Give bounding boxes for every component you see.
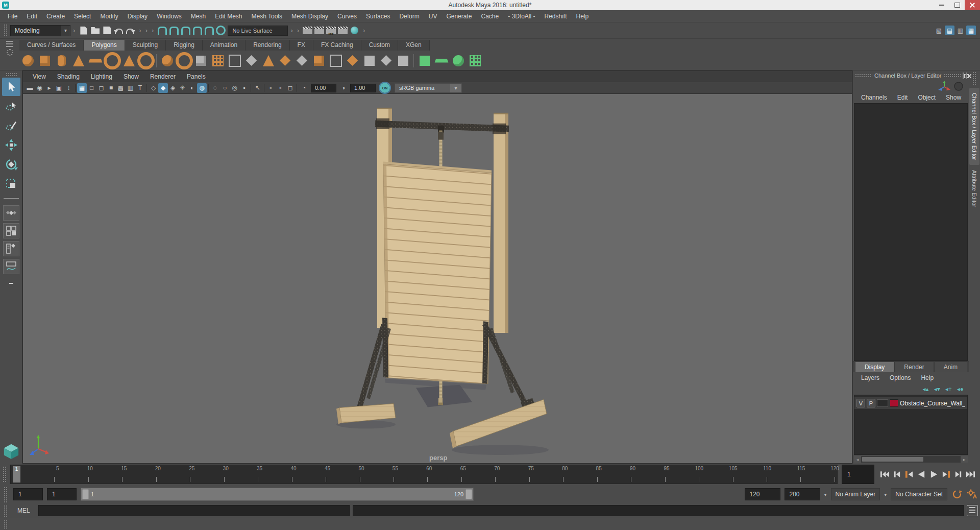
menubar-item-11[interactable]: Curves: [333, 10, 361, 22]
shelf-tab-4[interactable]: Animation: [203, 40, 246, 51]
cmdline-grip[interactable]: [3, 504, 8, 517]
section-collapse-arrow[interactable]: [144, 27, 149, 34]
section-collapse-arrow[interactable]: [361, 27, 366, 34]
rangerow-grip[interactable]: [3, 486, 8, 502]
scroll-right-icon[interactable]: ▸: [961, 456, 968, 463]
shelf-tab-5[interactable]: Rendering: [246, 40, 289, 51]
paint-select-tool[interactable]: [2, 116, 20, 135]
panel-menu-4[interactable]: Renderer: [144, 73, 181, 80]
shelf.icons.4.name[interactable]: [87, 52, 104, 69]
viewport_bar.icons.11.name[interactable]: [126, 83, 135, 93]
viewport_bar.icons.6.name[interactable]: [77, 83, 87, 93]
layer-color-swatch[interactable]: [890, 399, 898, 407]
shelf-tab-0[interactable]: Curves / Surfaces: [19, 40, 84, 51]
viewport_bar.icons.5.name[interactable]: [74, 83, 77, 93]
menubar-item-0[interactable]: File: [3, 10, 22, 22]
layer-horizontal-scrollbar[interactable]: ◂ ▸: [854, 456, 968, 463]
menu-set-selector[interactable]: Modeling: [10, 25, 70, 36]
shelf.icons.7.name[interactable]: [137, 52, 154, 69]
close-button[interactable]: [965, 0, 980, 10]
script-editor-button[interactable]: [967, 505, 978, 516]
viewport_bar.icons.18.name[interactable]: [187, 83, 197, 93]
viewport_bar.icons.23.name[interactable]: [230, 83, 239, 93]
shelf.icons.25.name[interactable]: [416, 52, 433, 69]
minimize-button[interactable]: [934, 0, 949, 10]
menubar-item-5[interactable]: Display: [123, 10, 152, 22]
shelf-tab-menu-icon[interactable]: [5, 41, 14, 47]
statusline.render_buttons.3.name[interactable]: [337, 24, 349, 37]
menubar-item-18[interactable]: Redshift: [540, 10, 572, 22]
viewport_bar.icons.25.name[interactable]: [249, 83, 253, 93]
viewport_bar.icons.13.name[interactable]: [145, 83, 149, 93]
view-transform-dropdown[interactable]: sRGB gamma: [395, 83, 462, 93]
shelf.icons.6.name[interactable]: [120, 52, 137, 69]
viewport_bar.icons.2.name[interactable]: [44, 83, 54, 93]
viewport_bar.icons.21.name[interactable]: [210, 83, 220, 93]
sidestrip-grip[interactable]: [972, 71, 976, 85]
shelf.icons.28.name[interactable]: [467, 52, 483, 69]
timeline-playhead[interactable]: 1: [13, 466, 20, 483]
go-to-start-button[interactable]: [879, 468, 890, 480]
side-tab-0[interactable]: Channel Box / Layer Editor: [969, 88, 979, 165]
statusline.file_buttons.2.name[interactable]: [101, 24, 113, 37]
layout-outliner-persp-button[interactable]: [3, 241, 19, 256]
viewport-canvas[interactable]: persp: [23, 94, 852, 463]
shelf.icons.9.name[interactable]: [159, 52, 176, 69]
viewport_bar.icons.9.name[interactable]: [106, 83, 116, 93]
statusline.sidebar_buttons.1.name[interactable]: [945, 26, 954, 35]
statusline-grip[interactable]: [3, 23, 8, 37]
playback-end-field[interactable]: 120: [745, 488, 780, 500]
layer_editor.move_icons.3.name[interactable]: [957, 386, 964, 393]
menubar-item-13[interactable]: Deform: [395, 10, 424, 22]
viewport_bar.icons.15.name[interactable]: [158, 83, 168, 93]
color-management-toggle[interactable]: ON: [380, 83, 390, 93]
statusline.sidebar_buttons.2.name[interactable]: [955, 26, 965, 35]
shelf.icons.22.name[interactable]: [378, 52, 395, 69]
menubar-item-6[interactable]: Windows: [152, 10, 186, 22]
layer-playback-toggle[interactable]: P: [867, 399, 875, 407]
layer-mode-swatch[interactable]: [877, 399, 888, 407]
viewport_bar.icons.20.name[interactable]: [207, 83, 210, 93]
layout-graph-persp-button[interactable]: [3, 259, 19, 274]
shelf.icons.8.name[interactable]: [154, 52, 159, 69]
command-language-toggle[interactable]: MEL: [12, 507, 35, 514]
statusline.render_buttons.1.name[interactable]: [313, 24, 325, 37]
shelf.icons.27.name[interactable]: [450, 52, 467, 69]
channel-box-menu-0[interactable]: Channels: [856, 94, 892, 101]
section-collapse-arrow[interactable]: [71, 27, 77, 34]
layout-single-pane-button[interactable]: [3, 205, 19, 221]
panel-drag-grip[interactable]: [943, 74, 961, 78]
layout-four-pane-button[interactable]: [3, 223, 19, 238]
timeline-track[interactable]: 1 51015202530354045505560657075808590951…: [10, 465, 838, 484]
rotate-tool[interactable]: [2, 155, 20, 174]
select-tool[interactable]: [2, 78, 20, 96]
layer_editor.move_icons.2.name[interactable]: [945, 386, 952, 393]
helpline-grip[interactable]: [3, 519, 8, 529]
layer-name[interactable]: Obstacle_Course_Wall_w: [900, 400, 965, 407]
statusline.render_buttons.0.name[interactable]: [302, 24, 313, 37]
shelf.icons.3.name[interactable]: [70, 52, 87, 69]
shelf-tab-2[interactable]: Sculpting: [125, 40, 166, 51]
shelf-tab-9[interactable]: XGen: [398, 40, 430, 51]
timeslider-grip[interactable]: [2, 466, 7, 483]
menubar-item-8[interactable]: Edit Mesh: [210, 10, 247, 22]
shelf.icons.5.name[interactable]: [104, 52, 120, 69]
scroll-left-icon[interactable]: ◂: [854, 456, 861, 463]
shelf.icons.24.name[interactable]: [411, 52, 416, 69]
maximize-button[interactable]: [949, 0, 965, 10]
close-panel-icon[interactable]: [966, 73, 967, 79]
scrollbar-thumb[interactable]: [862, 457, 923, 462]
auto-keyframe-toggle[interactable]: [951, 489, 963, 500]
viewport_bar.icons.19.name[interactable]: [197, 83, 207, 93]
panel-menu-2[interactable]: Lighting: [85, 73, 118, 80]
section-collapse-arrow[interactable]: [150, 27, 155, 34]
viewport_bar.icons.22.name[interactable]: [220, 83, 230, 93]
statusline.file_buttons.4.name[interactable]: [125, 24, 136, 37]
shelf-gear-icon[interactable]: [7, 49, 13, 56]
shelf.icons.11.name[interactable]: [192, 52, 209, 69]
layer-editor-tab-2[interactable]: Anim: [934, 362, 967, 372]
toolbox-grip[interactable]: [6, 73, 17, 77]
step-forward-frame-button[interactable]: [953, 468, 964, 480]
menubar-item-1[interactable]: Edit: [22, 10, 42, 22]
section-collapse-arrow[interactable]: [289, 27, 294, 34]
